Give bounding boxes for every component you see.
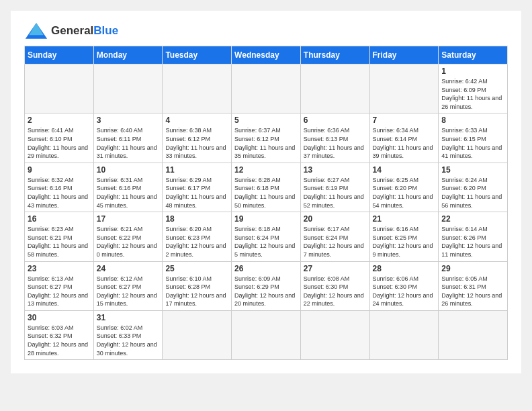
day-number: 23 <box>28 264 91 273</box>
calendar-cell: 5Sunrise: 6:37 AM Sunset: 6:12 PM Daylig… <box>232 113 301 163</box>
day-header-saturday: Saturday <box>439 46 508 64</box>
day-info: Sunrise: 6:40 AM Sunset: 6:11 PM Dayligh… <box>97 126 160 160</box>
day-number: 22 <box>441 214 504 224</box>
calendar-cell: 14Sunrise: 6:25 AM Sunset: 6:20 PM Dayli… <box>369 163 439 212</box>
calendar-cell <box>232 64 301 113</box>
day-info: Sunrise: 6:37 AM Sunset: 6:12 PM Dayligh… <box>234 126 298 160</box>
calendar-cell <box>369 310 439 359</box>
day-info: Sunrise: 6:33 AM Sunset: 6:15 PM Dayligh… <box>441 126 504 160</box>
calendar-cell: 12Sunrise: 6:28 AM Sunset: 6:18 PM Dayli… <box>232 163 301 212</box>
day-number: 24 <box>97 264 160 273</box>
day-info: Sunrise: 6:08 AM Sunset: 6:30 PM Dayligh… <box>304 275 367 308</box>
header: GeneralBlue <box>24 21 508 40</box>
calendar-week-row: 30Sunrise: 6:03 AM Sunset: 6:32 PM Dayli… <box>25 310 508 359</box>
calendar-cell: 29Sunrise: 6:05 AM Sunset: 6:31 PM Dayli… <box>439 261 508 310</box>
calendar-cell: 20Sunrise: 6:17 AM Sunset: 6:24 PM Dayli… <box>300 212 369 261</box>
calendar-table: SundayMondayTuesdayWednesdayThursdayFrid… <box>24 46 508 360</box>
day-number: 1 <box>441 66 504 76</box>
day-info: Sunrise: 6:12 AM Sunset: 6:27 PM Dayligh… <box>97 275 160 308</box>
day-info: Sunrise: 6:20 AM Sunset: 6:23 PM Dayligh… <box>165 225 228 259</box>
calendar-cell: 13Sunrise: 6:27 AM Sunset: 6:19 PM Dayli… <box>300 163 369 212</box>
calendar-week-row: 9Sunrise: 6:32 AM Sunset: 6:16 PM Daylig… <box>25 163 508 212</box>
calendar-cell: 10Sunrise: 6:31 AM Sunset: 6:16 PM Dayli… <box>93 163 163 212</box>
day-number: 27 <box>304 264 367 273</box>
day-info: Sunrise: 6:18 AM Sunset: 6:24 PM Dayligh… <box>234 225 298 259</box>
day-info: Sunrise: 6:28 AM Sunset: 6:18 PM Dayligh… <box>234 176 298 210</box>
calendar-week-row: 23Sunrise: 6:13 AM Sunset: 6:27 PM Dayli… <box>25 261 508 310</box>
day-header-tuesday: Tuesday <box>163 46 232 64</box>
day-number: 20 <box>304 214 367 224</box>
calendar-cell: 15Sunrise: 6:24 AM Sunset: 6:20 PM Dayli… <box>439 163 508 212</box>
calendar-cell: 31Sunrise: 6:02 AM Sunset: 6:33 PM Dayli… <box>93 310 163 359</box>
calendar-cell: 18Sunrise: 6:20 AM Sunset: 6:23 PM Dayli… <box>163 212 232 261</box>
calendar-cell <box>232 310 301 359</box>
calendar-cell: 3Sunrise: 6:40 AM Sunset: 6:11 PM Daylig… <box>93 113 163 163</box>
day-number: 26 <box>234 264 298 273</box>
day-info: Sunrise: 6:34 AM Sunset: 6:14 PM Dayligh… <box>373 126 436 160</box>
calendar-week-row: 1Sunrise: 6:42 AM Sunset: 6:09 PM Daylig… <box>25 64 508 113</box>
calendar-cell: 1Sunrise: 6:42 AM Sunset: 6:09 PM Daylig… <box>439 64 508 113</box>
calendar-cell: 11Sunrise: 6:29 AM Sunset: 6:17 PM Dayli… <box>163 163 232 212</box>
day-number: 14 <box>373 165 436 175</box>
day-info: Sunrise: 6:17 AM Sunset: 6:24 PM Dayligh… <box>304 225 367 259</box>
day-number: 15 <box>441 165 504 175</box>
day-number: 18 <box>165 214 228 224</box>
day-info: Sunrise: 6:41 AM Sunset: 6:10 PM Dayligh… <box>28 126 91 160</box>
logo: GeneralBlue <box>24 21 118 40</box>
day-header-thursday: Thursday <box>300 46 369 64</box>
day-number: 13 <box>304 165 367 175</box>
day-number: 25 <box>165 264 228 273</box>
calendar-cell <box>369 64 439 113</box>
calendar-week-row: 2Sunrise: 6:41 AM Sunset: 6:10 PM Daylig… <box>25 113 508 163</box>
day-info: Sunrise: 6:21 AM Sunset: 6:22 PM Dayligh… <box>97 225 160 259</box>
calendar-cell <box>25 64 94 113</box>
day-number: 8 <box>441 116 504 125</box>
calendar-cell <box>300 310 369 359</box>
day-info: Sunrise: 6:32 AM Sunset: 6:16 PM Dayligh… <box>28 176 91 210</box>
calendar-cell: 9Sunrise: 6:32 AM Sunset: 6:16 PM Daylig… <box>25 163 94 212</box>
day-number: 10 <box>97 165 160 175</box>
day-info: Sunrise: 6:16 AM Sunset: 6:25 PM Dayligh… <box>373 225 436 259</box>
calendar-cell: 7Sunrise: 6:34 AM Sunset: 6:14 PM Daylig… <box>369 113 439 163</box>
day-info: Sunrise: 6:14 AM Sunset: 6:26 PM Dayligh… <box>441 225 504 259</box>
calendar-cell: 25Sunrise: 6:10 AM Sunset: 6:28 PM Dayli… <box>163 261 232 310</box>
day-number: 6 <box>304 116 367 125</box>
day-number: 3 <box>97 116 160 125</box>
day-info: Sunrise: 6:02 AM Sunset: 6:33 PM Dayligh… <box>97 324 160 357</box>
calendar-cell: 22Sunrise: 6:14 AM Sunset: 6:26 PM Dayli… <box>439 212 508 261</box>
day-number: 12 <box>234 165 298 175</box>
calendar-cell <box>439 310 508 359</box>
calendar-page: GeneralBlue SundayMondayTuesdayWednesday… <box>11 11 521 373</box>
day-info: Sunrise: 6:10 AM Sunset: 6:28 PM Dayligh… <box>165 275 228 308</box>
day-number: 17 <box>97 214 160 224</box>
day-info: Sunrise: 6:29 AM Sunset: 6:17 PM Dayligh… <box>165 176 228 210</box>
calendar-cell: 4Sunrise: 6:38 AM Sunset: 6:12 PM Daylig… <box>163 113 232 163</box>
day-header-sunday: Sunday <box>25 46 94 64</box>
day-info: Sunrise: 6:31 AM Sunset: 6:16 PM Dayligh… <box>97 176 160 210</box>
day-number: 4 <box>165 116 228 125</box>
day-number: 7 <box>373 116 436 125</box>
day-info: Sunrise: 6:03 AM Sunset: 6:32 PM Dayligh… <box>28 324 91 357</box>
calendar-week-row: 16Sunrise: 6:23 AM Sunset: 6:21 PM Dayli… <box>25 212 508 261</box>
day-number: 28 <box>373 264 436 273</box>
day-info: Sunrise: 6:27 AM Sunset: 6:19 PM Dayligh… <box>304 176 367 210</box>
logo-text: GeneralBlue <box>51 24 118 38</box>
day-info: Sunrise: 6:23 AM Sunset: 6:21 PM Dayligh… <box>28 225 91 259</box>
calendar-cell: 19Sunrise: 6:18 AM Sunset: 6:24 PM Dayli… <box>232 212 301 261</box>
day-number: 19 <box>234 214 298 224</box>
day-number: 11 <box>165 165 228 175</box>
day-info: Sunrise: 6:05 AM Sunset: 6:31 PM Dayligh… <box>441 275 504 308</box>
calendar-cell: 21Sunrise: 6:16 AM Sunset: 6:25 PM Dayli… <box>369 212 439 261</box>
day-number: 21 <box>373 214 436 224</box>
day-header-monday: Monday <box>93 46 163 64</box>
day-info: Sunrise: 6:13 AM Sunset: 6:27 PM Dayligh… <box>28 275 91 308</box>
day-info: Sunrise: 6:06 AM Sunset: 6:30 PM Dayligh… <box>373 275 436 308</box>
calendar-cell: 2Sunrise: 6:41 AM Sunset: 6:10 PM Daylig… <box>25 113 94 163</box>
calendar-cell: 23Sunrise: 6:13 AM Sunset: 6:27 PM Dayli… <box>25 261 94 310</box>
day-number: 29 <box>441 264 504 273</box>
calendar-cell: 24Sunrise: 6:12 AM Sunset: 6:27 PM Dayli… <box>93 261 163 310</box>
calendar-cell: 17Sunrise: 6:21 AM Sunset: 6:22 PM Dayli… <box>93 212 163 261</box>
day-info: Sunrise: 6:42 AM Sunset: 6:09 PM Dayligh… <box>441 77 504 111</box>
calendar-cell: 8Sunrise: 6:33 AM Sunset: 6:15 PM Daylig… <box>439 113 508 163</box>
calendar-cell: 28Sunrise: 6:06 AM Sunset: 6:30 PM Dayli… <box>369 261 439 310</box>
